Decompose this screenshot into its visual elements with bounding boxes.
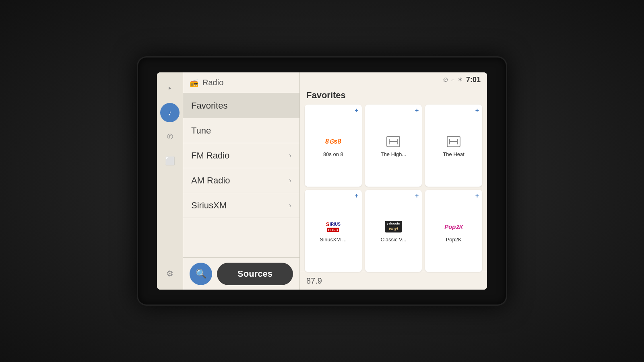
favorites-section-title: Favorites — [300, 87, 487, 105]
menu-item-siriusxm[interactable]: SiriusXM › — [183, 193, 299, 218]
menu-header-title: Radio — [202, 78, 223, 87]
menu-item-favorites-label: Favorites — [191, 101, 227, 111]
sidebar-icon-car[interactable]: ⬜ — [160, 151, 180, 171]
settings-icon: ⚙ — [166, 269, 173, 278]
radio-header-icon: 📻 — [190, 78, 198, 87]
fm-radio-arrow-icon: › — [289, 151, 291, 160]
infotainment-screen: ‣ ♪ ✆ ⬜ ⚙ 📻 Radio — [157, 72, 487, 290]
80s-on-8-logo: 8⊙s8 — [324, 134, 342, 149]
add-fav-icon-heat[interactable]: + — [475, 107, 479, 114]
signal-icon: ⌐ — [451, 77, 454, 83]
sources-button[interactable]: Sources — [217, 263, 293, 285]
fav-card-siriusxm[interactable]: + S IRIUS HITS 1 SiriusXM ... — [305, 190, 362, 272]
menu-item-tune-label: Tune — [191, 125, 211, 136]
status-time: 7:01 — [466, 76, 481, 84]
fav-card-80s-label: 80s on 8 — [323, 151, 343, 157]
add-fav-icon-cv[interactable]: + — [415, 192, 419, 200]
siriusxm-arrow-icon: › — [289, 201, 291, 210]
menu-item-am-radio-label: AM Radio — [191, 175, 230, 186]
menu-bottom-bar: 🔍 Sources — [183, 257, 299, 290]
status-bar: ∅ ⌐ ✶ 7:01 — [300, 72, 487, 87]
favorites-panel: ∅ ⌐ ✶ 7:01 Favorites + 8⊙s8 80s on 8 — [300, 72, 487, 290]
fav-card-classic-vinyl[interactable]: + Classic vinyl Classic V... — [365, 190, 422, 272]
search-icon: 🔍 — [196, 269, 206, 279]
sidebar: ‣ ♪ ✆ ⬜ ⚙ — [157, 72, 183, 290]
sidebar-icon-music[interactable]: ♪ — [160, 103, 180, 122]
add-fav-icon-sxm[interactable]: + — [355, 192, 358, 200]
sidebar-icon-settings[interactable]: ⚙ — [160, 264, 180, 283]
menu-item-fm-radio[interactable]: FM Radio › — [183, 143, 299, 168]
siriusxm-logo: S IRIUS HITS 1 — [324, 220, 342, 234]
menu-item-siriusxm-label: SiriusXM — [191, 200, 227, 211]
menu-item-am-radio[interactable]: AM Radio › — [183, 168, 299, 193]
the-heat-logo — [445, 134, 462, 149]
phone-icon: ✆ — [167, 132, 173, 141]
add-fav-icon-80s[interactable]: + — [355, 107, 358, 114]
screen-bezel: ‣ ♪ ✆ ⬜ ⚙ 📻 Radio — [137, 56, 507, 306]
navigation-icon: ‣ — [167, 84, 172, 93]
sources-button-label: Sources — [237, 269, 272, 279]
fav-card-the-high[interactable]: + The High... — [365, 105, 422, 187]
add-fav-icon-pop2k[interactable]: + — [475, 192, 479, 200]
menu-items: Favorites Tune FM Radio › AM Radio › — [183, 93, 299, 257]
favorites-grid: + 8⊙s8 80s on 8 + — [300, 105, 487, 272]
fav-card-the-heat[interactable]: + The Heat — [425, 105, 482, 187]
music-icon: ♪ — [168, 108, 172, 117]
fav-card-heat-label: The Heat — [443, 151, 464, 157]
menu-item-tune[interactable]: Tune — [183, 118, 299, 143]
bluetooth-icon: ✶ — [458, 76, 463, 83]
frequency-value: 87.9 — [306, 276, 322, 286]
frequency-display: 87.9 — [300, 272, 487, 290]
menu-panel: 📻 Radio Favorites Tune FM Radio › — [183, 72, 300, 290]
fav-card-pop2k-label: Pop2K — [446, 237, 462, 243]
search-button[interactable]: 🔍 — [190, 263, 212, 285]
car-icon: ⬜ — [165, 156, 175, 166]
menu-item-fm-radio-label: FM Radio — [191, 150, 229, 161]
main-content: 📻 Radio Favorites Tune FM Radio › — [183, 72, 487, 290]
fav-card-cv-label: Classic V... — [381, 237, 407, 243]
fav-card-pop2k[interactable]: + Pop 2K Pop2K — [425, 190, 482, 272]
menu-item-favorites[interactable]: Favorites — [183, 93, 299, 118]
the-high-logo — [384, 134, 402, 149]
sidebar-icon-navigation[interactable]: ‣ — [160, 79, 180, 98]
add-fav-icon-high[interactable]: + — [415, 107, 419, 114]
menu-header: 📻 Radio — [183, 72, 299, 93]
fav-card-high-label: The High... — [381, 151, 407, 157]
sidebar-icon-phone[interactable]: ✆ — [160, 127, 180, 146]
am-radio-arrow-icon: › — [289, 176, 291, 185]
pop2k-logo: Pop 2K — [445, 220, 462, 234]
classic-vinyl-logo: Classic vinyl — [384, 220, 402, 234]
fav-card-80s-on-8[interactable]: + 8⊙s8 80s on 8 — [305, 105, 362, 187]
wireless-off-icon: ∅ — [443, 76, 448, 83]
fav-card-sxm-label: SiriusXM ... — [320, 237, 347, 243]
